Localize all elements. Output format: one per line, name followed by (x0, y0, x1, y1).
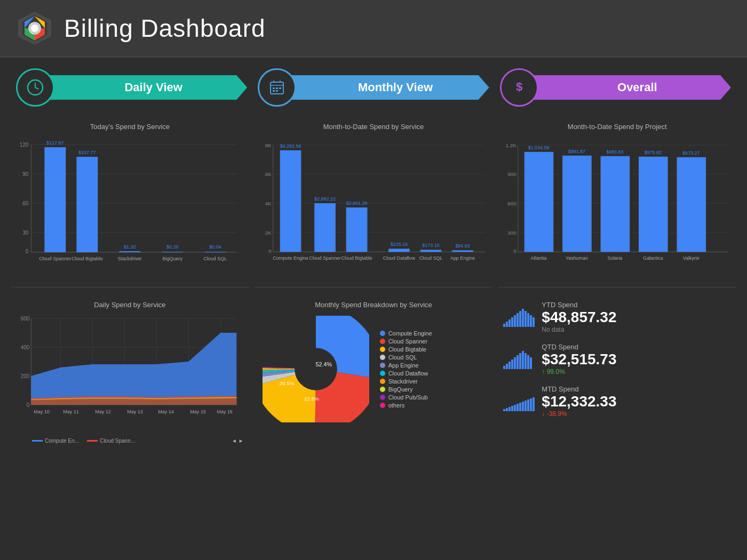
monthly-view-label[interactable]: Monthly View (285, 75, 489, 100)
svg-rect-150 (514, 315, 516, 327)
svg-rect-154 (525, 311, 527, 327)
qtd-bars-icon (503, 350, 535, 369)
svg-text:0: 0 (514, 248, 517, 254)
svg-line-10 (35, 87, 38, 89)
mtd-spend-item: MTD Spend $12,332.33 ↓ -38.9% (503, 385, 731, 418)
svg-text:22.8%: 22.8% (304, 396, 319, 402)
svg-rect-66 (346, 207, 367, 252)
ytd-spend-item: YTD Spend $48,857.32 No data (503, 301, 731, 333)
svg-text:8K: 8K (265, 142, 272, 148)
svg-text:600: 600 (21, 316, 30, 322)
svg-text:400: 400 (21, 345, 30, 350)
svg-text:0: 0 (27, 402, 30, 408)
qtd-spend-label: QTD Spend (542, 343, 616, 351)
overall-icon: $ (500, 68, 538, 107)
todays-spend-chart: 120 90 60 30 0 $117.87 Cloud Spanner (16, 135, 244, 274)
svg-text:$117.87: $117.87 (46, 140, 64, 146)
svg-text:0: 0 (268, 248, 272, 254)
legend-compute-color (32, 440, 43, 442)
svg-text:$0.04: $0.04 (209, 244, 221, 250)
svg-text:Cloud Spanner: Cloud Spanner (309, 255, 341, 261)
monthly-spend-chart: 8K 6K 4K 2K 0 $6,282.56 Compute Engine (260, 135, 488, 274)
mtd-spend-value: $12,332.33 (542, 393, 616, 410)
svg-rect-33 (44, 147, 66, 252)
legend-dot (380, 331, 385, 336)
svg-rect-158 (503, 366, 505, 369)
pie-chart-svg: 52.4% 20.5% 22.8% (263, 316, 369, 422)
svg-rect-172 (511, 406, 513, 411)
app-header: Billing Dashboard (0, 0, 747, 58)
svg-rect-75 (452, 250, 473, 252)
svg-text:200: 200 (21, 373, 30, 379)
svg-text:Galactica: Galactica (643, 255, 663, 261)
svg-text:App Engine: App Engine (450, 255, 475, 261)
svg-rect-159 (506, 364, 508, 369)
daily-view-label[interactable]: Daily View (44, 75, 247, 100)
svg-text:$225.24: $225.24 (391, 242, 408, 247)
ytd-spend-value: $48,857.32 (542, 309, 616, 326)
svg-text:Cloud Bigtable: Cloud Bigtable (341, 255, 372, 261)
svg-rect-93 (562, 156, 592, 252)
svg-rect-45 (204, 252, 226, 252)
svg-rect-99 (639, 157, 668, 252)
svg-rect-16 (276, 87, 278, 89)
legend-label: Compute Engine (388, 330, 432, 337)
chart-nav-arrows[interactable]: ◄ ► (232, 438, 244, 444)
svg-rect-63 (314, 203, 336, 252)
svg-text:Solaria: Solaria (608, 255, 623, 261)
svg-text:$2,882.22: $2,882.22 (314, 196, 336, 202)
next-arrow[interactable]: ► (239, 438, 244, 444)
overall-label[interactable]: Overall (528, 75, 731, 100)
ytd-spend-note: No data (542, 326, 616, 333)
daily-spend-line-panel: Daily Spend by Service 600 400 200 0 (11, 295, 249, 449)
monthly-view-icon (258, 68, 296, 107)
svg-text:60: 60 (22, 201, 29, 206)
svg-rect-169 (503, 409, 505, 411)
divider-3 (498, 287, 736, 287)
svg-rect-102 (677, 157, 706, 252)
legend-compute-label: Compute En... (45, 438, 79, 444)
svg-text:BigQuery: BigQuery (163, 256, 183, 261)
legend-dot (380, 379, 385, 384)
svg-text:$6,282.56: $6,282.56 (280, 143, 301, 149)
svg-rect-163 (516, 355, 519, 369)
svg-rect-178 (527, 399, 529, 411)
svg-text:Compute Engine: Compute Engine (273, 255, 308, 261)
legend-pubsub: Cloud Pub/Sub (380, 394, 432, 401)
legend-dot (380, 403, 385, 408)
svg-text:90: 90 (22, 171, 29, 177)
legend-dot (380, 395, 385, 400)
svg-rect-152 (519, 311, 521, 327)
monthly-spend-panel: Month-to-Date Spend by Service 8K 6K 4K … (255, 117, 493, 279)
svg-text:1.2K: 1.2K (506, 142, 517, 148)
legend-compute-engine: Compute En... (32, 438, 79, 444)
svg-text:Cloud Bigtable: Cloud Bigtable (71, 256, 103, 261)
svg-rect-180 (533, 397, 535, 411)
svg-text:May 16: May 16 (217, 409, 233, 414)
legend-label: others (388, 402, 405, 409)
legend-stackdriver: Stackdriver (380, 378, 432, 385)
svg-text:120: 120 (20, 142, 29, 148)
app-logo (16, 10, 53, 47)
project-spend-panel: Month-to-Date Spend by Project 1.2K 900 … (498, 117, 736, 279)
legend-cloud-spanner: Cloud Spanner (380, 338, 432, 345)
mtd-spend-label: MTD Spend (542, 385, 616, 393)
svg-rect-170 (506, 408, 508, 411)
svg-rect-167 (527, 355, 529, 369)
daily-spend-line-title: Daily Spend by Service (16, 301, 244, 309)
qtd-spend-value: $32,515.73 (542, 351, 616, 368)
project-spend-chart: 1.2K 900 600 300 0 $1,034.59 Atlantia (503, 135, 731, 274)
svg-point-142 (295, 348, 337, 390)
legend-label: BigQuery (388, 386, 413, 393)
legend-label: App Engine (388, 362, 419, 369)
svg-rect-36 (76, 157, 98, 252)
section-headers: Daily View Monthly View $ Overall (0, 58, 747, 112)
legend-cloud-dataflow: Cloud Dataflow (380, 370, 432, 377)
ytd-spend-label: YTD Spend (542, 301, 616, 309)
legend-label: Cloud Bigtable (388, 346, 427, 353)
prev-arrow[interactable]: ◄ (232, 438, 237, 444)
svg-text:Cloud Dataflow: Cloud Dataflow (383, 255, 415, 261)
svg-rect-90 (525, 152, 554, 252)
svg-text:$975.82: $975.82 (645, 150, 662, 155)
svg-rect-96 (601, 156, 630, 252)
